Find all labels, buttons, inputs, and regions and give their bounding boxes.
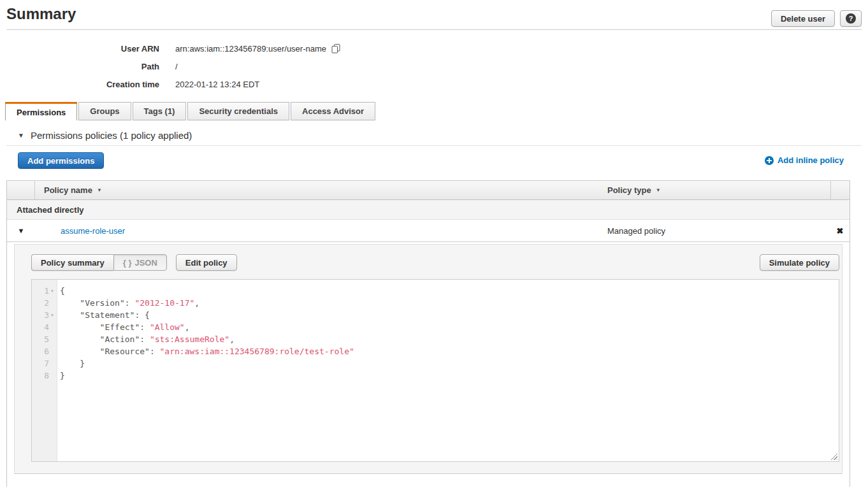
fold-caret-icon: ▾ xyxy=(49,285,55,297)
gutter-line: 3▾ xyxy=(32,309,57,321)
gutter-line: 2 xyxy=(32,297,57,309)
code-lines[interactable]: { "Version": "2012-10-17", "Statement": … xyxy=(57,280,839,461)
chevron-down-icon: ▼ xyxy=(18,227,25,234)
permissions-policies-title: Permissions policies (1 policy applied) xyxy=(31,130,192,141)
expand-column-header xyxy=(7,181,35,199)
gutter-line: 4 xyxy=(32,321,57,333)
tab-groups[interactable]: Groups xyxy=(78,102,131,120)
add-permissions-button[interactable]: Add permissions xyxy=(18,152,104,169)
code-line: "Resource": "arn:aws:iam::123456789:role… xyxy=(60,345,839,357)
policy-table: Policy name ▼ Policy type ▼ Attached dir… xyxy=(6,180,850,487)
row-expand-toggle[interactable]: ▼ xyxy=(7,220,35,241)
policy-table-header: Policy name ▼ Policy type ▼ xyxy=(7,180,850,200)
creation-time-value: 2022-01-12 13:24 EDT xyxy=(175,80,259,89)
remove-policy-icon[interactable]: ✖ xyxy=(837,226,844,236)
code-line: "Version": "2012-10-17", xyxy=(60,297,839,309)
creation-time-row: Creation time 2022-01-12 13:24 EDT xyxy=(0,75,341,93)
section-divider xyxy=(6,145,862,146)
path-value: / xyxy=(175,62,178,71)
simulate-policy-button[interactable]: Simulate policy xyxy=(760,254,839,271)
tab-tags[interactable]: Tags (1) xyxy=(133,102,187,120)
gutter-line: 5 xyxy=(32,333,57,345)
user-arn-value: arn:aws:iam::123456789:user/user-name xyxy=(175,44,326,54)
attached-directly-group-row: Attached directly xyxy=(7,200,850,220)
code-line: } xyxy=(60,357,839,370)
add-inline-policy-label: Add inline policy xyxy=(778,155,844,165)
tab-access-advisor[interactable]: Access Advisor xyxy=(291,102,375,120)
delete-user-button[interactable]: Delete user xyxy=(771,10,835,27)
tab-security-credentials[interactable]: Security credentials xyxy=(187,102,289,120)
gutter-line: 1▾ xyxy=(32,285,57,297)
code-line: "Action": "sts:AssumeRole", xyxy=(60,333,839,345)
json-policy-editor[interactable]: 1▾23▾45678 { "Version": "2012-10-17", "S… xyxy=(31,279,839,462)
help-button[interactable]: ? xyxy=(840,10,862,27)
collapse-caret-icon: ▼ xyxy=(18,132,24,139)
fold-caret-icon: ▾ xyxy=(49,309,55,321)
policy-row: ▼ assume-role-user Managed policy ✖ xyxy=(7,220,850,242)
plus-circle-icon xyxy=(765,156,774,165)
policy-detail-toolbar: Policy summary { } JSON Edit policy Simu… xyxy=(31,254,839,271)
tab-bar: Permissions Groups Tags (1) Security cre… xyxy=(5,102,377,120)
actions-column-header xyxy=(830,181,850,199)
policy-summary-button[interactable]: Policy summary xyxy=(31,254,113,271)
policy-name-column-header[interactable]: Policy name ▼ xyxy=(35,181,606,199)
gutter-line: 6 xyxy=(32,345,57,357)
add-inline-policy-link[interactable]: Add inline policy xyxy=(765,155,844,165)
code-line: "Effect": "Allow", xyxy=(60,321,839,333)
sort-arrow-icon: ▼ xyxy=(656,187,661,193)
creation-time-label: Creation time xyxy=(0,80,159,89)
user-arn-row: User ARN arn:aws:iam::123456789:user/use… xyxy=(0,39,341,57)
code-line: "Statement": { xyxy=(60,309,839,321)
code-gutter: 1▾23▾45678 xyxy=(32,280,57,461)
json-view-button[interactable]: { } JSON xyxy=(113,254,167,271)
copy-icon[interactable] xyxy=(331,43,341,54)
permissions-policies-section-toggle[interactable]: ▼ Permissions policies (1 policy applied… xyxy=(18,130,192,141)
path-row: Path / xyxy=(0,57,341,75)
gutter-line: 7 xyxy=(32,357,57,370)
header-divider xyxy=(6,29,862,30)
tab-permissions[interactable]: Permissions xyxy=(5,102,77,120)
user-arn-label: User ARN xyxy=(0,44,159,54)
policy-type-column-header[interactable]: Policy type ▼ xyxy=(606,181,830,199)
question-mark-icon: ? xyxy=(846,13,856,24)
policy-type-value: Managed policy xyxy=(607,226,665,236)
page-title: Summary xyxy=(6,5,76,23)
braces-icon: { } xyxy=(123,258,132,268)
code-line: { xyxy=(60,285,839,297)
header-actions: Delete user ? xyxy=(771,10,862,27)
policy-view-button-group: Policy summary { } JSON xyxy=(31,254,167,271)
path-label: Path xyxy=(0,62,159,71)
policy-detail-panel: Policy summary { } JSON Edit policy Simu… xyxy=(14,244,843,474)
gutter-line: 8 xyxy=(32,370,57,382)
sort-arrow-icon: ▼ xyxy=(97,187,102,193)
code-line: } xyxy=(60,370,839,382)
user-details: User ARN arn:aws:iam::123456789:user/use… xyxy=(0,39,341,93)
policy-name-link[interactable]: assume-role-user xyxy=(61,226,125,236)
edit-policy-button[interactable]: Edit policy xyxy=(176,254,237,271)
